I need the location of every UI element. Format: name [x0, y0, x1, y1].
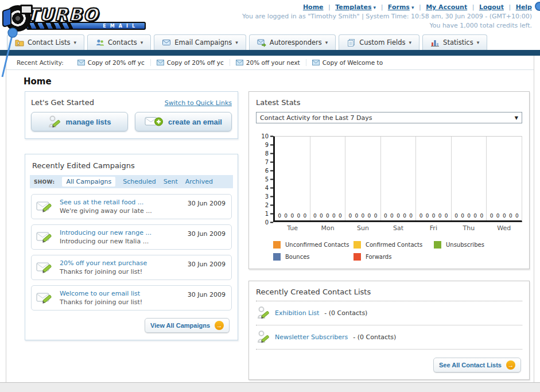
nav-separator: | [472, 3, 475, 11]
navy-divider-bar [0, 50, 540, 56]
bar-value-label: 0 [384, 213, 387, 219]
chevron-down-icon: ▾ [409, 40, 412, 45]
legend-item: Forwards [353, 253, 434, 261]
bar-value-label: 0 [304, 213, 307, 219]
tab-email-campaigns[interactable]: Email Campaigns▾ [154, 34, 246, 50]
see-all-contact-lists-button[interactable]: See All Contact Lists → [433, 358, 521, 372]
bar-value-label: 0 [509, 213, 512, 219]
envelope-pencil-icon [36, 290, 55, 305]
filter-all-campaigns[interactable]: All Campaigns [62, 177, 115, 187]
bar-value-label: 0 [374, 213, 378, 219]
chart-group: 00000 [381, 137, 417, 220]
create-email-button[interactable]: create an email [135, 112, 232, 131]
chart-y-axis: 012345678910 [256, 136, 273, 222]
filter-archived[interactable]: Archived [185, 178, 213, 185]
recently-edited-campaigns-panel: Recently Edited Campaigns SHOW: All Camp… [25, 154, 238, 340]
envelope-icon [162, 38, 171, 47]
legend-swatch [353, 241, 361, 249]
recent-activity-item[interactable]: Copy of Welcome to [306, 59, 387, 66]
campaign-title-link[interactable]: See us at the retail food ... [60, 199, 152, 206]
bar-value-label: 0 [432, 213, 436, 219]
contact-list-link[interactable]: Exhibition List [275, 309, 319, 317]
campaign-row[interactable]: 20% off your next purchase Thanks for jo… [31, 255, 232, 280]
campaigns-filterbar: SHOW: All Campaigns Scheduled Sent Archi… [30, 175, 233, 188]
chevron-down-icon: ▾ [141, 40, 143, 45]
manage-lists-button[interactable]: manage lists [31, 112, 128, 131]
chart-group: 00000 [452, 137, 487, 220]
contact-list-count: - (0 Contacts) [324, 309, 367, 317]
campaign-title-link[interactable]: Introducing our new range ... [60, 229, 151, 236]
stats-period-dropdown[interactable]: Contact Activity for the Last 7 Days ▼ [256, 112, 522, 123]
bar-value-label: 0 [454, 213, 458, 219]
bar-value-label: 0 [326, 213, 329, 219]
campaign-date: 30 Jun 2009 [188, 228, 226, 238]
bar-value-label: 0 [290, 213, 294, 219]
tab-contacts[interactable]: Contacts▾ [87, 34, 151, 50]
login-info: You are logged in as "Timothy Smith" | S… [242, 13, 532, 20]
campaign-subtitle: We're giving away our late ... [60, 207, 152, 215]
logo-title: TURBO [26, 7, 146, 23]
x-axis-label: Tue [275, 222, 310, 232]
campaign-row[interactable]: See us at the retail food ... We're givi… [31, 194, 232, 219]
bar-value-label: 0 [503, 213, 506, 219]
campaign-subtitle: Thanks for joining our list! [60, 268, 147, 275]
contact-activity-chart: 012345678910 000000000000000000000000000… [256, 136, 522, 261]
nav-my-account[interactable]: My Account [426, 3, 467, 11]
contact-list-row[interactable]: Exhibition List - (0 Contacts) [256, 301, 522, 325]
select-arrow-icon: ▼ [515, 115, 518, 121]
filter-sent[interactable]: Sent [164, 178, 178, 185]
tab-custom-fields[interactable]: Custom Fields▾ [339, 34, 419, 50]
envelope-icon [157, 60, 164, 65]
logo-subtitle: EMAIL [103, 24, 139, 29]
recent-activity-item[interactable]: 20% off your next [230, 59, 306, 66]
logo-bar: EMAIL [26, 22, 146, 30]
nav-help[interactable]: Help [516, 3, 532, 11]
contact-list-link[interactable]: Newsletter Subscribers [275, 333, 348, 341]
envelope-icon [312, 60, 320, 65]
switch-quick-links-link[interactable]: Switch to Quick Links [165, 99, 232, 107]
person-pencil-icon [257, 329, 270, 344]
recent-activity-item[interactable]: Copy of 20% off yc [72, 59, 151, 66]
nav-logout[interactable]: Logout [479, 3, 504, 11]
pages-icon [347, 38, 356, 47]
campaign-row[interactable]: Welcome to our email list Thanks for joi… [31, 285, 232, 311]
nav-separator: | [328, 3, 331, 11]
nav-home[interactable]: Home [303, 3, 324, 11]
recent-activity-item[interactable]: Copy of 20% off yc [151, 59, 230, 66]
bar-value-label: 0 [473, 213, 477, 219]
campaign-title-link[interactable]: Welcome to our email list [60, 290, 142, 297]
bar-value-label: 0 [390, 213, 394, 219]
get-started-panel: Let's Get Started Switch to Quick Links … [25, 91, 238, 139]
tab-contact-lists[interactable]: Contact Lists▾ [7, 34, 84, 50]
legend-label: Unsubscribes [446, 242, 484, 248]
nav-templates[interactable]: Templates▾ [335, 3, 376, 11]
bar-value-label: 0 [284, 213, 288, 219]
nav-forms[interactable]: Forms▾ [388, 3, 414, 11]
bar-value-label: 0 [278, 213, 281, 219]
legend-swatch [273, 253, 281, 261]
bar-value-label: 0 [403, 213, 406, 219]
view-all-campaigns-button[interactable]: View All Campaigns → [145, 318, 230, 333]
chart-plot: 00000000000000000000000000000000000 [273, 136, 522, 222]
legend-swatch [273, 241, 281, 249]
app-logo[interactable]: TURBO EMAIL [5, 2, 146, 34]
campaign-row[interactable]: Introducing our new range ... Introducin… [31, 224, 232, 250]
bar-value-label: 0 [426, 213, 429, 219]
campaign-date: 30 Jun 2009 [188, 258, 226, 268]
tab-autoresponders[interactable]: Autoresponders▾ [249, 34, 336, 50]
campaign-date: 30 Jun 2009 [188, 197, 226, 207]
envelope-arrow-icon [257, 38, 266, 47]
envelope-icon [236, 60, 243, 65]
bar-value-label: 0 [490, 213, 494, 219]
filter-scheduled[interactable]: Scheduled [123, 178, 156, 185]
campaign-title-link[interactable]: 20% off your next purchase [60, 259, 147, 267]
legend-label: Forwards [366, 254, 391, 260]
bar-value-label: 0 [461, 213, 464, 219]
tab-statistics[interactable]: Statistics▾ [422, 34, 487, 50]
envelope-icon [77, 60, 85, 65]
bar-value-label: 0 [409, 213, 413, 219]
chart-group: 00000 [487, 137, 522, 220]
nav-separator: | [381, 3, 383, 11]
bar-value-label: 0 [355, 213, 359, 219]
contact-list-row[interactable]: Newsletter Subscribers - (0 Contacts) [256, 325, 522, 350]
